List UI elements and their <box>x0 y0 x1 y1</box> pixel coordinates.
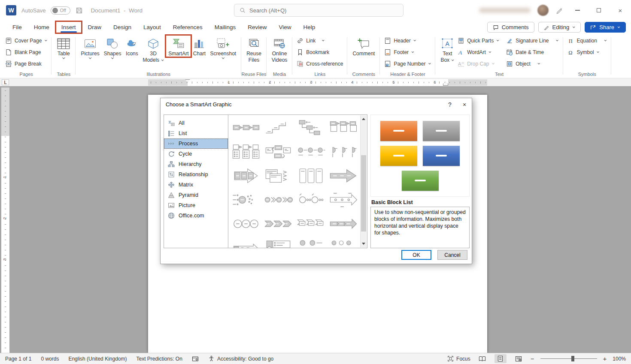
category-matrix[interactable]: Matrix <box>164 180 228 190</box>
scroll-up-button[interactable] <box>361 116 367 122</box>
zoom-level[interactable]: 100% <box>613 356 626 362</box>
smartart-button[interactable]: SmartArt <box>166 36 191 57</box>
print-layout-button[interactable] <box>494 354 507 363</box>
category-cycle[interactable]: Cycle <box>164 149 228 159</box>
tab-design[interactable]: Design <box>108 21 137 33</box>
tab-insert[interactable]: Insert <box>56 21 82 33</box>
close-button[interactable]: × <box>613 3 628 18</box>
scroll-down-button[interactable] <box>361 241 367 247</box>
gallery-item-steps[interactable] <box>262 116 295 140</box>
gallery-item-stacked-lists[interactable] <box>262 164 295 188</box>
minimize-button[interactable] <box>570 3 585 18</box>
gallery-item-chevron-bar[interactable] <box>230 236 262 248</box>
page-indicator[interactable]: Page 1 of 1 <box>5 356 31 362</box>
horizontal-ruler[interactable]: L 123456 <box>0 79 631 86</box>
text-predictions[interactable]: Text Predictions: On <box>137 356 182 362</box>
zoom-in-button[interactable]: + <box>603 357 607 361</box>
gallery-item-swap-boxes[interactable] <box>262 140 295 164</box>
gallery-item-dots-a[interactable] <box>294 236 327 248</box>
gallery-item-tabbed-boxes[interactable] <box>327 116 360 140</box>
search-box[interactable] <box>234 4 403 17</box>
page-break-button[interactable]: Page Break <box>4 59 49 69</box>
pictures-button[interactable]: Pictures <box>79 36 101 59</box>
category-list[interactable]: List <box>164 128 228 138</box>
header-button[interactable]: Header <box>383 36 432 45</box>
dialog-close-button[interactable]: × <box>457 98 472 111</box>
gallery-item-bullet-box[interactable] <box>262 236 295 248</box>
tab-mailings[interactable]: Mailings <box>209 21 242 33</box>
gallery-item-boxes-arrows[interactable] <box>230 116 262 140</box>
quick-parts-button[interactable]: Quick Parts <box>456 36 501 45</box>
cross-reference-button[interactable]: Cross-reference <box>295 59 344 69</box>
screenshot-button[interactable]: Screenshot <box>208 36 238 59</box>
drop-cap-button[interactable]: A Drop Cap <box>456 59 501 69</box>
tab-view[interactable]: View <box>273 21 297 33</box>
focus-button[interactable]: Focus <box>447 355 470 362</box>
tab-selector[interactable]: L <box>2 79 9 85</box>
tab-layout[interactable]: Layout <box>138 21 167 33</box>
word-count[interactable]: 0 words <box>41 356 59 362</box>
gallery-scrollbar[interactable] <box>360 115 367 247</box>
gallery-item-big-arrow[interactable] <box>327 164 360 188</box>
reuse-files-button[interactable]: Reuse Files <box>244 36 264 63</box>
gallery-item-boxes-chevrons[interactable] <box>294 212 327 236</box>
bookmark-button[interactable]: Bookmark <box>295 47 344 57</box>
new-comment-button[interactable]: Comment <box>350 36 377 57</box>
blank-page-button[interactable]: Blank Page <box>4 47 49 57</box>
gallery-item-half-circles[interactable] <box>327 140 360 164</box>
ok-button[interactable]: OK <box>401 250 431 260</box>
cover-page-button[interactable]: Cover Page <box>4 36 49 45</box>
category-relationship[interactable]: Relationship <box>164 169 228 180</box>
table-button[interactable]: Table <box>55 36 73 59</box>
category-pyramid[interactable]: Pyramid <box>164 190 228 200</box>
gallery-item-picture-list[interactable] <box>230 140 262 164</box>
editing-button[interactable]: Editing <box>538 22 581 33</box>
icons-button[interactable]: Icons <box>123 36 140 57</box>
maximize-button[interactable] <box>592 3 606 18</box>
avatar[interactable] <box>537 5 549 16</box>
save-icon[interactable] <box>76 7 83 14</box>
tab-home[interactable]: Home <box>28 21 55 33</box>
category-office[interactable]: Office.com <box>164 211 228 221</box>
comments-button[interactable]: Comments <box>487 22 534 33</box>
gallery-item-ring-dots[interactable] <box>294 188 327 212</box>
tab-draw[interactable]: Draw <box>82 21 107 33</box>
category-all[interactable]: All <box>164 118 228 128</box>
dialog-title-bar[interactable]: Choose a SmartArt Graphic ? × <box>161 98 472 111</box>
zoom-out-button[interactable]: − <box>531 357 534 361</box>
search-input[interactable] <box>249 7 398 14</box>
gallery-item-circle-chevrons[interactable] <box>262 188 295 212</box>
gallery-item-arrow-bar[interactable] <box>327 212 360 236</box>
vertical-ruler[interactable]: 123 <box>1 87 9 353</box>
read-mode-button[interactable] <box>476 354 488 363</box>
tab-references[interactable]: References <box>167 21 208 33</box>
category-picture[interactable]: Picture <box>164 200 228 211</box>
chart-button[interactable]: Chart <box>191 36 208 57</box>
scrollbar-thumb[interactable] <box>361 155 366 232</box>
signature-line-button[interactable]: Signature Line <box>505 36 560 45</box>
object-button[interactable]: Object <box>505 59 560 69</box>
gallery-item-linked-rings[interactable] <box>230 212 262 236</box>
tab-review[interactable]: Review <box>242 21 272 33</box>
footer-button[interactable]: Footer <box>383 47 432 57</box>
page-number-button[interactable]: Page Number <box>383 59 432 69</box>
pen-icon[interactable] <box>555 6 563 14</box>
web-layout-button[interactable] <box>513 354 525 363</box>
link-button[interactable]: Link <box>295 36 344 45</box>
gallery-item-radial-dots[interactable] <box>230 188 262 212</box>
autosave-toggle[interactable]: Off <box>51 6 70 15</box>
dialog-help-button[interactable]: ? <box>443 98 457 111</box>
category-process[interactable]: Process <box>164 138 228 149</box>
tab-file[interactable]: File <box>7 21 27 33</box>
zoom-slider-thumb[interactable] <box>571 356 574 361</box>
word-app-icon[interactable]: W <box>6 5 16 15</box>
category-hierarchy[interactable]: Hierarchy <box>164 159 228 169</box>
gallery-item-boxes-big-arrow[interactable] <box>230 164 262 188</box>
language-indicator[interactable]: English (United Kingdom) <box>68 356 127 362</box>
symbol-button[interactable]: Ω Symbol <box>566 47 608 57</box>
gallery-item-hierarchy-boxes[interactable] <box>294 116 327 140</box>
tab-help[interactable]: Help <box>298 21 321 33</box>
gallery-item-circle-lines[interactable] <box>294 140 327 164</box>
shapes-button[interactable]: Shapes <box>102 36 124 59</box>
cancel-button[interactable]: Cancel <box>437 250 467 260</box>
